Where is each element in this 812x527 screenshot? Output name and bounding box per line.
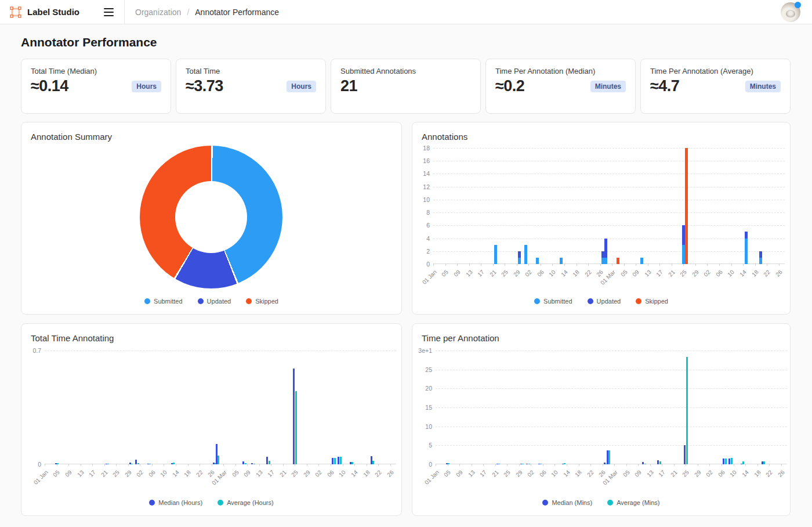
average-mins-bar <box>763 461 765 464</box>
x-tick <box>283 464 284 466</box>
legend-item-updated[interactable]: Updated <box>198 298 231 305</box>
stat-card-unit-badge: Hours <box>132 81 161 92</box>
x-tick <box>390 464 391 466</box>
legend-item-skipped[interactable]: Skipped <box>636 298 668 305</box>
average-hours-bar <box>372 461 374 464</box>
legend-label: Updated <box>207 298 231 305</box>
stat-card-unit-badge: Minutes <box>745 81 781 92</box>
x-tick <box>579 464 579 466</box>
chart-title: Time per Annotation <box>422 333 499 343</box>
x-tick <box>757 464 758 466</box>
average-hours-bar <box>173 463 175 464</box>
average-hours-bar <box>351 462 353 464</box>
updated-bar <box>745 232 748 238</box>
x-tick <box>528 264 529 266</box>
x-tick <box>767 264 767 266</box>
chart-plot: 18161412108642001 Jan0509131721252902061… <box>433 148 785 264</box>
average-mins-bar <box>742 461 744 464</box>
updated-legend-dot <box>198 298 204 304</box>
x-tick <box>259 464 260 466</box>
gridline <box>436 388 787 389</box>
avatar-status-dot <box>795 2 801 8</box>
legend-item-submitted[interactable]: Submitted <box>144 298 183 305</box>
x-tick <box>354 464 355 466</box>
x-tick <box>554 464 555 466</box>
stat-card-value: ≈3.73 <box>186 77 223 95</box>
average-hours-bar <box>137 463 139 464</box>
x-tick <box>564 264 565 266</box>
y-tick-label: 3e+1 <box>414 347 432 354</box>
legend-item-skipped[interactable]: Skipped <box>246 298 278 305</box>
x-tick <box>745 464 746 466</box>
legend-item-median-mins[interactable]: Median (Mins) <box>542 499 592 506</box>
average-hours-bar <box>217 456 219 464</box>
submitted-bar <box>759 258 762 264</box>
average-hours-bar <box>295 391 297 464</box>
y-tick-label: 2 <box>411 248 430 255</box>
x-tick <box>588 264 589 266</box>
x-tick <box>577 264 577 266</box>
stat-card-total-time-median: Total Time (Median)≈0.14Hours <box>21 59 171 114</box>
gridline <box>436 445 787 446</box>
x-tick <box>81 464 81 466</box>
stat-card-time-per-annotation-median: Time Per Annotation (Median)≈0.2Minutes <box>485 59 636 114</box>
x-tick <box>698 464 698 466</box>
legend-item-median-hours[interactable]: Median (Hours) <box>149 499 202 506</box>
submitted-bar <box>524 245 527 264</box>
legend-label: Median (Mins) <box>552 499 592 506</box>
x-tick <box>600 264 601 266</box>
hamburger-menu-button[interactable] <box>102 6 116 19</box>
x-tick <box>672 264 672 266</box>
average-mins-bar <box>608 450 610 464</box>
x-tick <box>624 264 625 266</box>
skipped-bar <box>685 148 688 264</box>
chart-grid: Annotation Summary SubmittedUpdatedSkipp… <box>21 122 791 516</box>
x-tick <box>495 464 496 466</box>
legend-item-updated[interactable]: Updated <box>588 298 621 305</box>
stat-card-value: ≈0.14 <box>31 77 68 95</box>
average-mins-bar <box>448 463 449 464</box>
x-tick <box>378 464 379 466</box>
chart-legend: Median (Hours)Average (Hours) <box>21 499 401 506</box>
x-tick <box>541 264 541 266</box>
legend-item-average-mins[interactable]: Average (Mins) <box>607 499 659 506</box>
y-tick-label: 14 <box>411 170 430 177</box>
x-tick <box>626 464 627 466</box>
legend-item-submitted[interactable]: Submitted <box>534 298 572 305</box>
x-tick <box>709 464 710 466</box>
breadcrumb-organization[interactable]: Organization <box>135 8 181 17</box>
x-tick <box>648 264 648 266</box>
legend-item-average-hours[interactable]: Average (Hours) <box>217 499 274 506</box>
updated-bar <box>518 251 521 258</box>
y-tick-label: 4 <box>411 235 430 242</box>
skipped-bar <box>617 258 619 264</box>
legend-label: Average (Mins) <box>617 499 659 506</box>
x-tick <box>483 464 484 466</box>
stat-card-submitted-annotations: Submitted Annotations21 <box>331 59 481 114</box>
y-tick-label: 20 <box>414 385 432 392</box>
x-tick <box>659 264 660 266</box>
average-mins-bar <box>686 357 688 464</box>
x-tick <box>271 464 271 466</box>
x-tick <box>469 264 470 266</box>
y-tick-label: 0 <box>414 461 432 468</box>
x-tick <box>731 264 732 266</box>
legend-label: Average (Hours) <box>227 499 274 506</box>
gridline <box>436 427 787 427</box>
average-hours-bar <box>245 463 246 464</box>
x-tick <box>235 464 236 466</box>
submitted-bar <box>640 258 643 264</box>
average-mins-bar <box>731 458 733 464</box>
gridline <box>436 407 787 408</box>
x-tick <box>519 464 520 466</box>
x-tick <box>707 264 708 266</box>
x-tick <box>212 464 212 466</box>
x-tick <box>674 464 675 466</box>
topbar: Label Studio Organization / Annotator Pe… <box>0 0 812 24</box>
y-tick-label: 8 <box>411 209 430 216</box>
stat-card-label: Time Per Annotation (Average) <box>650 67 781 75</box>
x-tick <box>318 464 319 466</box>
x-tick <box>140 464 140 466</box>
x-tick <box>755 264 756 266</box>
x-tick <box>247 464 248 466</box>
